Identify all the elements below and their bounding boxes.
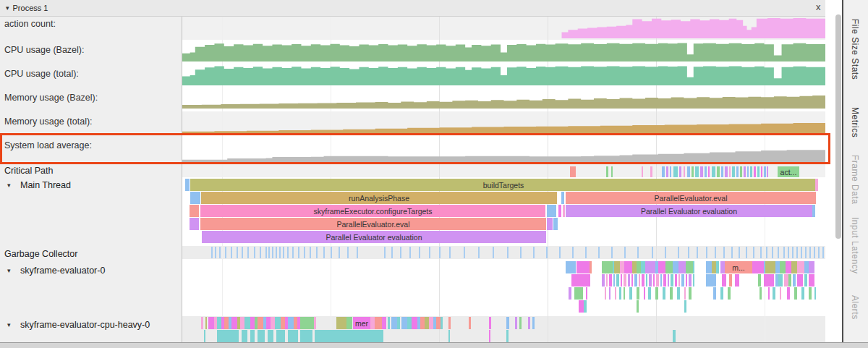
- gc-event-tick[interactable]: [292, 247, 294, 258]
- trace-event-bar[interactable]: [574, 287, 583, 300]
- trace-event-bar[interactable]: [673, 261, 678, 273]
- gc-event-tick[interactable]: [254, 247, 255, 258]
- trace-event-bar[interactable]: [609, 287, 610, 300]
- trace-event-bar[interactable]: ParallelEvaluator.eval: [566, 192, 816, 204]
- gc-event-tick[interactable]: [778, 247, 779, 258]
- trace-event-bar[interactable]: [250, 330, 255, 342]
- trace-event-bar[interactable]: [675, 274, 677, 287]
- trace-event-bar[interactable]: [754, 166, 756, 177]
- trace-event-bar[interactable]: [764, 166, 766, 177]
- gc-event-tick[interactable]: [439, 247, 441, 258]
- cpu-usage-total-chart[interactable]: [182, 65, 825, 85]
- trace-event-bar[interactable]: [708, 166, 710, 177]
- trace-event-bar[interactable]: [797, 274, 803, 287]
- trace-event-bar[interactable]: [469, 317, 471, 329]
- gc-event-tick[interactable]: [805, 247, 807, 258]
- trace-event-bar[interactable]: [700, 166, 703, 177]
- trace-event-bar[interactable]: [624, 261, 632, 273]
- trace-event-bar[interactable]: [606, 166, 608, 177]
- trace-event-bar[interactable]: [681, 274, 684, 287]
- trace-event-bar[interactable]: [725, 166, 728, 177]
- gc-event-tick[interactable]: [265, 247, 267, 258]
- trace-event-bar[interactable]: [752, 261, 764, 273]
- trace-event-bar[interactable]: [653, 274, 655, 287]
- trace-event-bar[interactable]: [515, 317, 517, 329]
- trace-event-bar[interactable]: [721, 166, 723, 177]
- trace-event-bar[interactable]: [673, 166, 678, 177]
- trace-event-bar[interactable]: [397, 317, 400, 329]
- trace-event-bar[interactable]: [637, 287, 639, 300]
- trace-event-bar[interactable]: [689, 274, 692, 287]
- trace-event-bar[interactable]: [814, 287, 816, 300]
- trace-event-bar[interactable]: [217, 330, 239, 342]
- gc-event-tick[interactable]: [611, 247, 613, 258]
- gc-event-tick[interactable]: [796, 247, 798, 258]
- trace-event-bar[interactable]: [687, 166, 690, 177]
- trace-event-bar[interactable]: [611, 166, 613, 177]
- trace-event-bar[interactable]: Parallel Evaluator evaluation: [566, 205, 812, 217]
- action-count-chart[interactable]: [182, 18, 825, 38]
- gc-event-tick[interactable]: [753, 247, 754, 258]
- trace-event-bar[interactable]: [315, 330, 383, 342]
- gc-event-tick[interactable]: [688, 247, 689, 258]
- trace-event-bar[interactable]: [740, 166, 742, 177]
- gc-event-tick[interactable]: [310, 247, 311, 258]
- gc-event-tick[interactable]: [546, 247, 548, 258]
- close-icon[interactable]: x: [816, 1, 821, 12]
- gc-event-tick[interactable]: [706, 247, 707, 258]
- trace-event-bar[interactable]: [778, 274, 783, 287]
- trace-event-bar[interactable]: [794, 287, 797, 300]
- trace-event-bar[interactable]: [764, 274, 774, 287]
- trace-event-bar[interactable]: [569, 287, 571, 300]
- gc-event-tick[interactable]: [697, 247, 698, 258]
- trace-event-bar[interactable]: [656, 274, 659, 287]
- gc-event-tick[interactable]: [598, 247, 600, 258]
- trace-event-bar[interactable]: [788, 274, 791, 287]
- gc-event-tick[interactable]: [572, 247, 574, 258]
- trace-event-bar[interactable]: [300, 330, 312, 342]
- trace-event-bar[interactable]: [663, 274, 666, 287]
- trace-event-bar[interactable]: [780, 287, 781, 300]
- trace-event-bar[interactable]: [650, 166, 652, 177]
- trace-event-bar[interactable]: [768, 287, 770, 300]
- trace-event-bar[interactable]: [336, 317, 346, 329]
- gc-event-tick[interactable]: [357, 247, 358, 258]
- gc-event-tick[interactable]: [219, 247, 221, 258]
- gc-event-tick[interactable]: [279, 247, 281, 258]
- trace-event-bar[interactable]: [570, 166, 576, 177]
- trace-event-bar[interactable]: [793, 274, 796, 287]
- trace-event-bar[interactable]: [519, 317, 522, 329]
- vertical-scrollbar-thumb[interactable]: [835, 14, 841, 239]
- trace-event-bar[interactable]: [190, 205, 199, 217]
- gc-event-tick[interactable]: [822, 247, 824, 258]
- trace-event-bar[interactable]: [720, 287, 723, 300]
- gc-event-tick[interactable]: [766, 247, 767, 258]
- trace-event-bar[interactable]: [761, 166, 762, 177]
- trace-event-bar[interactable]: [722, 274, 726, 287]
- trace-event-bar[interactable]: [695, 166, 699, 177]
- trace-event-bar[interactable]: [561, 192, 564, 204]
- trace-event-bar[interactable]: [375, 317, 382, 329]
- cpu-usage-bazel-chart[interactable]: [182, 41, 825, 61]
- trace-event-bar[interactable]: [346, 317, 352, 329]
- trace-event-bar[interactable]: [750, 166, 752, 177]
- gc-event-tick[interactable]: [215, 247, 216, 258]
- trace-event-bar[interactable]: [412, 317, 417, 329]
- gc-event-tick[interactable]: [429, 247, 430, 258]
- trace-event-bar[interactable]: [645, 261, 655, 273]
- trace-event-bar[interactable]: [649, 274, 652, 287]
- trace-event-bar[interactable]: [637, 300, 639, 313]
- trace-event-bar[interactable]: [563, 205, 565, 217]
- trace-event-bar[interactable]: [566, 261, 576, 273]
- trace-event-bar[interactable]: [489, 317, 491, 329]
- gc-event-tick[interactable]: [739, 247, 740, 258]
- trace-event-bar[interactable]: [780, 261, 786, 273]
- trace-event-bar[interactable]: [628, 274, 630, 287]
- trace-event-bar[interactable]: [288, 317, 294, 329]
- trace-event-bar[interactable]: [713, 287, 716, 300]
- trace-event-bar[interactable]: [665, 261, 673, 273]
- trace-event-bar[interactable]: [547, 205, 556, 217]
- gc-event-tick[interactable]: [624, 247, 626, 258]
- trace-event-bar[interactable]: m...: [725, 261, 752, 273]
- gc-event-tick[interactable]: [731, 247, 733, 258]
